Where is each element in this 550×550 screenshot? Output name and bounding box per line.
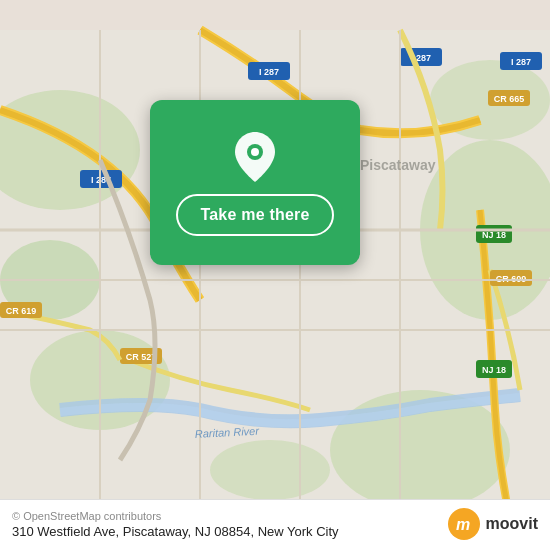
svg-text:m: m: [456, 516, 470, 533]
svg-text:CR 527: CR 527: [126, 352, 157, 362]
address-text: 310 Westfield Ave, Piscataway, NJ 08854,…: [12, 524, 339, 539]
moovit-logo[interactable]: m moovit: [448, 508, 538, 540]
svg-text:I 287: I 287: [259, 67, 279, 77]
map-container: I 287 I 287 I 287 I 287 NJ 18 NJ 18 CR 6…: [0, 0, 550, 550]
svg-text:Piscataway: Piscataway: [360, 157, 436, 173]
svg-text:NJ 18: NJ 18: [482, 365, 506, 375]
svg-point-5: [210, 440, 330, 500]
svg-text:CR 619: CR 619: [6, 306, 37, 316]
action-card: Take me there: [150, 100, 360, 265]
location-pin-icon: [231, 130, 279, 182]
bottom-left: © OpenStreetMap contributors 310 Westfie…: [12, 510, 339, 539]
bottom-bar: © OpenStreetMap contributors 310 Westfie…: [0, 499, 550, 550]
svg-point-38: [251, 148, 259, 156]
moovit-icon: m: [448, 508, 480, 540]
svg-text:I 287: I 287: [511, 57, 531, 67]
svg-text:CR 665: CR 665: [494, 94, 525, 104]
map-background: I 287 I 287 I 287 I 287 NJ 18 NJ 18 CR 6…: [0, 0, 550, 550]
take-me-there-button[interactable]: Take me there: [176, 194, 333, 236]
moovit-name: moovit: [486, 515, 538, 533]
copyright-text: © OpenStreetMap contributors: [12, 510, 339, 522]
